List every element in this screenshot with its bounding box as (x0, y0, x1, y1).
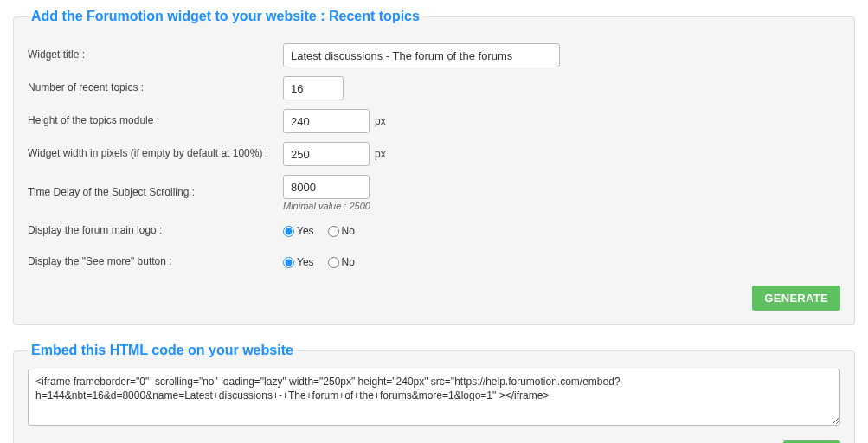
seemore-no-text: No (342, 256, 355, 268)
logo-yes-radio[interactable] (283, 226, 294, 237)
row-delay: Time Delay of the Subject Scrolling : Mi… (28, 175, 840, 211)
seemore-no-radio[interactable] (328, 257, 339, 268)
topic-count-label: Number of recent topics : (28, 81, 283, 95)
widget-config-panel: Add the Forumotion widget to your websit… (13, 9, 855, 325)
generate-button[interactable]: GENERATE (752, 286, 840, 311)
row-height: Height of the topics module : px (28, 109, 840, 133)
seemore-yes-text: Yes (297, 256, 314, 268)
topic-count-input[interactable] (283, 76, 344, 100)
height-input[interactable] (283, 109, 370, 133)
height-suffix: px (375, 115, 386, 127)
width-label: Widget width in pixels (if empty by defa… (28, 147, 283, 161)
width-input[interactable] (283, 142, 370, 166)
width-suffix: px (375, 148, 386, 160)
row-see-more: Display the "See more" button : Yes No (28, 251, 840, 273)
see-more-label: Display the "See more" button : (28, 255, 283, 269)
row-width: Widget width in pixels (if empty by defa… (28, 142, 840, 166)
logo-no-radio[interactable] (328, 226, 339, 237)
embed-legend: Embed this HTML code on your website (28, 343, 297, 358)
delay-input[interactable] (283, 175, 370, 199)
row-widget-title: Widget title : (28, 43, 840, 67)
seemore-yes-option[interactable]: Yes (283, 256, 314, 268)
seemore-no-option[interactable]: No (328, 256, 355, 268)
embed-code-textarea[interactable] (28, 369, 840, 426)
row-display-logo: Display the forum main logo : Yes No (28, 220, 840, 242)
display-logo-label: Display the forum main logo : (28, 224, 283, 238)
widget-legend: Add the Forumotion widget to your websit… (28, 9, 423, 24)
logo-yes-text: Yes (297, 225, 314, 237)
embed-panel: Embed this HTML code on your website COP… (13, 343, 855, 443)
widget-title-input[interactable] (283, 43, 560, 67)
delay-label: Time Delay of the Subject Scrolling : (28, 186, 283, 200)
widget-title-label: Widget title : (28, 48, 283, 62)
logo-yes-option[interactable]: Yes (283, 225, 314, 237)
height-label: Height of the topics module : (28, 114, 283, 128)
logo-no-text: No (342, 225, 355, 237)
logo-no-option[interactable]: No (328, 225, 355, 237)
row-topic-count: Number of recent topics : (28, 76, 840, 100)
delay-hint: Minimal value : 2500 (283, 201, 370, 211)
seemore-yes-radio[interactable] (283, 257, 294, 268)
